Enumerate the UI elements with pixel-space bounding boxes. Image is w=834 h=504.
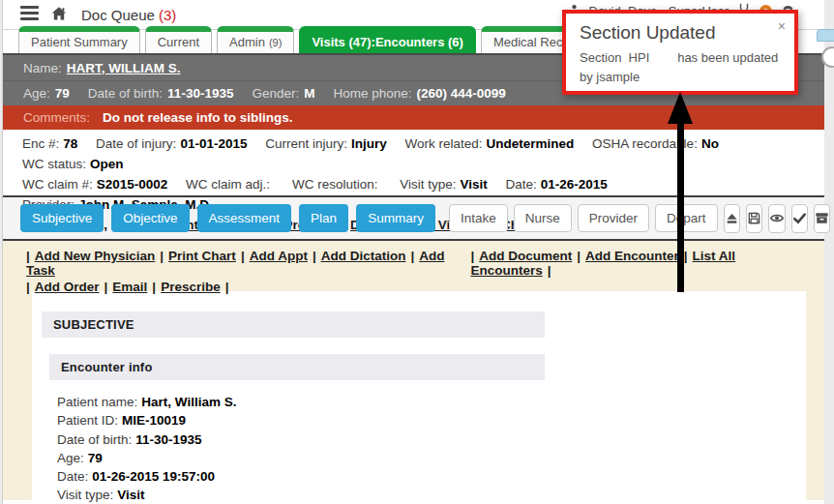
provider-button[interactable]: Provider <box>578 204 649 232</box>
link-add-encounter[interactable]: Add Encounter <box>585 249 679 263</box>
comments-label: Comments: <box>23 110 90 125</box>
name-label: Name: <box>23 61 62 75</box>
close-icon[interactable]: × <box>778 19 786 33</box>
note-panel: SUBJECTIVE Encounter info Patient name:H… <box>32 291 806 500</box>
edge-artifact-blue <box>817 29 834 42</box>
encounter-header: Enc #:78 Date of injury:01-01-2015 Curre… <box>3 130 824 197</box>
tab-label: Visits (47):Encounters (6) <box>312 35 463 49</box>
field-dob: Date of birth:11-30-1935 <box>57 430 806 449</box>
objective-button[interactable]: Objective <box>111 204 189 232</box>
tab-patient-summary[interactable]: Patient Summary <box>18 26 140 53</box>
tab-admin[interactable]: Admin (9) <box>217 26 294 53</box>
tab-current[interactable]: Current <box>145 26 212 53</box>
link-email[interactable]: Email <box>112 280 147 294</box>
quick-links-left: |Add New Physician|Print Chart|Add Appt|… <box>26 249 470 278</box>
save-icon <box>747 211 761 225</box>
page-title: Doc Queue <box>81 7 155 23</box>
eject-button[interactable] <box>724 204 740 233</box>
quick-links-row-1: |Add New Physician|Print Chart|Add Appt|… <box>26 249 811 278</box>
popup-title: Section Updated <box>580 22 783 44</box>
preview-button[interactable] <box>768 204 786 233</box>
link-add-document[interactable]: Add Document <box>479 249 572 263</box>
subsection-header-encounter-info: Encounter info <box>49 354 545 380</box>
tab-label: Current <box>158 35 199 49</box>
field-visit-date: Date:01-26-2015 <box>506 177 608 192</box>
approve-button[interactable] <box>791 204 808 233</box>
link-print-chart[interactable]: Print Chart <box>168 249 236 263</box>
hamburger-menu-button[interactable] <box>20 6 39 23</box>
check-icon <box>792 211 807 225</box>
field-patient-id: Patient ID:MIE-10019 <box>57 411 806 430</box>
note-content-area: SUBJECTIVE Encounter info Patient name:H… <box>3 291 824 500</box>
field-age: Age:79 <box>57 449 806 467</box>
link-prescribe[interactable]: Prescribe <box>161 280 221 294</box>
field-date-of-injury: Date of injury:01-01-2015 <box>96 136 247 151</box>
field-age: Age:79 <box>23 86 70 101</box>
hamburger-icon <box>20 6 39 23</box>
field-osha-recordable: OSHA recordable:No <box>592 136 719 151</box>
doc-queue-count: (3) <box>159 7 176 23</box>
annotation-arrow-head <box>668 92 693 124</box>
field-visit-type: Visit type:Visit <box>57 486 806 504</box>
quick-links-right: |Add Document|Add Encounter|List All Enc… <box>470 249 811 278</box>
tab-label: Admin <box>229 35 265 49</box>
field-current-injury: Current injury:Injury <box>265 136 387 151</box>
plan-button[interactable]: Plan <box>299 204 348 232</box>
field-patient-name: Patient name:Hart, William S. <box>57 393 806 411</box>
comments-bar: Comments: Do not release info to sibling… <box>3 105 824 130</box>
assessment-button[interactable]: Assessment <box>197 204 292 232</box>
field-work-related: Work related:Undetermined <box>405 136 575 151</box>
home-button[interactable] <box>50 6 68 24</box>
patient-name-link[interactable]: HART, WILLIAM S. <box>67 61 181 75</box>
encounter-info-fields: Patient name:Hart, William S. Patient ID… <box>57 393 806 504</box>
summary-button[interactable]: Summary <box>356 204 435 232</box>
link-add-dictation[interactable]: Add Dictation <box>321 249 406 263</box>
field-wc-status: WC status:Open <box>22 157 124 171</box>
encounter-line-1: Enc #:78 Date of injury:01-01-2015 Curre… <box>22 133 824 174</box>
comments-text: Do not release info to siblings. <box>103 110 293 125</box>
field-wc-resolution: WC resolution: <box>292 177 382 192</box>
depart-button[interactable]: Depart <box>655 204 718 232</box>
field-gender: Gender:M <box>252 86 314 101</box>
field-dob: Date of birth:11-30-1935 <box>88 86 234 101</box>
field-wc-claim-adj: WC claim adj.: <box>186 177 274 192</box>
field-date: Date:01-26-2015 19:57:00 <box>57 467 806 486</box>
link-add-order[interactable]: Add Order <box>35 280 100 294</box>
archive-button[interactable] <box>814 204 830 233</box>
eye-icon <box>769 211 785 225</box>
app-window: Doc Queue (3) David, Dave - SuperUser Pa… <box>2 0 824 504</box>
field-enc-number: Enc #:78 <box>22 136 77 151</box>
save-button[interactable] <box>746 204 762 233</box>
tab-count: (9) <box>269 37 282 48</box>
section-header-subjective: SUBJECTIVE <box>42 311 545 338</box>
archive-icon <box>815 211 829 225</box>
field-visit-type: Visit type:Visit <box>400 177 488 192</box>
field-wc-claim: WC claim #:S2015-0002 <box>22 177 167 192</box>
tab-visits-encounters[interactable]: Visits (47):Encounters (6) <box>299 26 476 53</box>
tab-label: Patient Summary <box>31 35 128 49</box>
subjective-button[interactable]: Subjective <box>20 204 104 232</box>
annotation-arrow-tail <box>677 122 684 292</box>
field-home-phone: Home phone:(260) 444-0099 <box>333 86 505 101</box>
nurse-button[interactable]: Nurse <box>514 204 572 232</box>
link-add-new-physician[interactable]: Add New Physician <box>35 249 156 263</box>
eject-icon <box>725 211 739 225</box>
quick-links-band: |Add New Physician|Print Chart|Add Appt|… <box>3 241 824 291</box>
link-add-appt[interactable]: Add Appt <box>250 249 308 263</box>
home-icon <box>50 6 68 24</box>
popup-body: Section HPI has been updated by jsample <box>580 48 783 86</box>
section-updated-popup: × Section Updated Section HPI has been u… <box>562 10 798 95</box>
intake-button[interactable]: Intake <box>449 204 508 232</box>
